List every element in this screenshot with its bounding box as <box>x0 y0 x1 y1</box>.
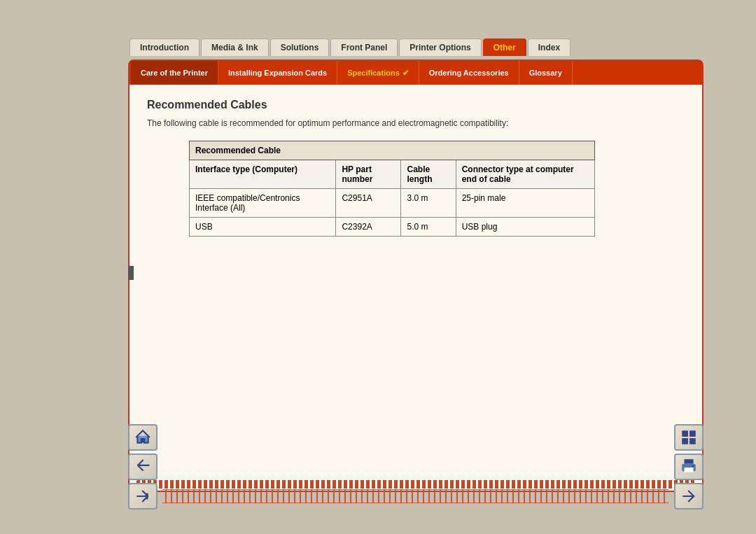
bottom-left-nav <box>128 424 158 510</box>
svg-rect-5 <box>685 459 694 464</box>
forward-icon <box>134 487 152 505</box>
tab-introduction[interactable]: Introduction <box>130 38 200 56</box>
home-icon <box>134 428 152 447</box>
cell-length-1: 3.0 m <box>401 189 456 218</box>
tab-front-panel[interactable]: Front Panel <box>330 38 398 56</box>
table-section-header-row: Recommended Cable <box>190 141 595 160</box>
col-header-cable-length: Cable length <box>401 160 456 189</box>
col-header-part-number: HP part number <box>336 160 401 189</box>
cell-part-1: C2951A <box>336 189 401 218</box>
printer-icon <box>680 458 698 476</box>
table-section-header: Recommended Cable <box>190 141 595 160</box>
svg-rect-1 <box>682 430 688 437</box>
subnav-glossary[interactable]: Glossary <box>519 61 573 85</box>
svg-rect-0 <box>141 439 146 442</box>
svg-rect-4 <box>690 438 696 444</box>
print-button[interactable] <box>674 454 704 480</box>
col-header-connector-type: Connector type at computer end of cable <box>456 160 594 189</box>
col-header-interface: Interface type (Computer) <box>190 160 336 189</box>
forward-button[interactable] <box>128 483 158 510</box>
right-nav-button[interactable] <box>674 483 704 510</box>
specifications-check: ✔ <box>402 69 409 78</box>
scroll-pattern <box>162 489 668 503</box>
tab-other[interactable]: Other <box>483 38 526 56</box>
svg-rect-3 <box>682 438 688 444</box>
tab-index[interactable]: Index <box>528 38 570 56</box>
left-marker <box>128 266 134 280</box>
subnav-care-printer[interactable]: Care of the Printer <box>131 61 218 85</box>
grid-icon <box>680 428 698 447</box>
main-container: Introduction Media & Ink Solutions Front… <box>128 59 704 492</box>
cell-interface-1: IEEE compatible/Centronics Interface (Al… <box>190 189 336 218</box>
cell-interface-2: USB <box>190 218 336 237</box>
table-column-header-row: Interface type (Computer) HP part number… <box>190 160 595 189</box>
specifications-label: Specifications <box>347 69 400 77</box>
cell-connector-2: USB plug <box>456 218 594 237</box>
cell-length-2: 5.0 m <box>401 218 456 237</box>
table-row: USB C2392A 5.0 m USB plug <box>190 218 595 237</box>
grid-button[interactable] <box>674 424 704 451</box>
cell-part-2: C2392A <box>336 218 401 237</box>
cable-table: Recommended Cable Interface type (Comput… <box>189 141 595 237</box>
tab-media-ink[interactable]: Media & Ink <box>201 38 269 56</box>
subnav-ordering[interactable]: Ordering Accessories <box>419 61 519 85</box>
content-area: Recommended Cables The following cable i… <box>130 85 702 251</box>
right-arrow-icon <box>680 487 698 505</box>
bottom-right-nav <box>674 424 704 510</box>
back-icon <box>134 458 152 476</box>
page-description: The following cable is recommended for o… <box>147 118 685 128</box>
tab-printer-options[interactable]: Printer Options <box>399 38 481 56</box>
subnav-installing[interactable]: Installing Expansion Cards <box>218 61 337 85</box>
home-button[interactable] <box>128 424 158 451</box>
top-tabs: Introduction Media & Ink Solutions Front… <box>130 38 570 56</box>
svg-rect-7 <box>685 468 694 472</box>
subnav-specifications[interactable]: Specifications ✔ <box>337 61 419 85</box>
page-title: Recommended Cables <box>147 99 685 111</box>
bottom-scroll-bar[interactable] <box>162 483 668 510</box>
tab-solutions[interactable]: Solutions <box>270 38 330 56</box>
table-row: IEEE compatible/Centronics Interface (Al… <box>190 189 595 218</box>
svg-rect-2 <box>690 430 696 437</box>
cell-connector-1: 25-pin male <box>456 189 594 218</box>
svg-rect-8 <box>692 465 694 467</box>
sub-nav: Care of the Printer Installing Expansion… <box>130 61 702 85</box>
back-button[interactable] <box>128 454 158 480</box>
